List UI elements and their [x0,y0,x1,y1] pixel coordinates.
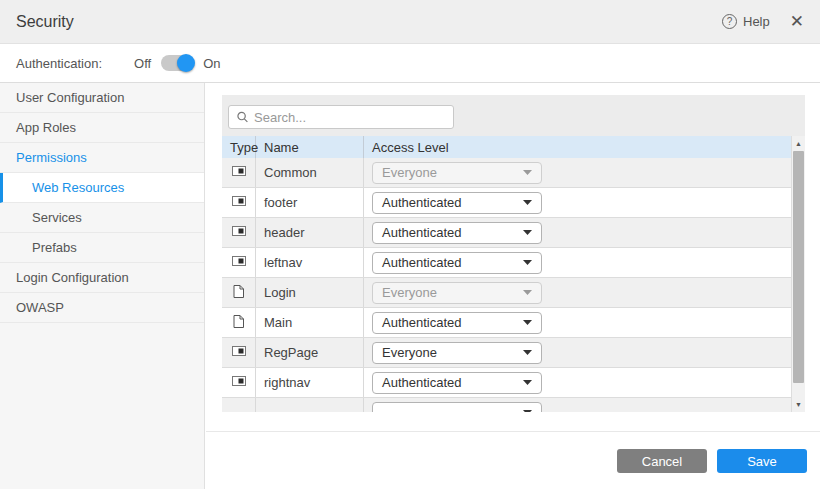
partial-icon [232,255,246,270]
toggle-knob [177,54,195,72]
name-cell: RegPage [256,338,364,367]
permissions-panel: Type Name Access Level CommonEveryonefoo… [222,95,805,412]
caret-down-icon [523,230,532,235]
name-cell [256,398,364,412]
access-level-cell: Authenticated [364,248,791,277]
search-box[interactable] [228,105,454,129]
access-level-cell: Authenticated [364,368,791,397]
type-cell [222,158,256,187]
sidebar-item-label: Web Resources [32,180,124,195]
scroll-down-icon[interactable]: ▼ [792,398,805,411]
save-button[interactable]: Save [717,449,807,473]
toggle-off-label: Off [134,56,151,71]
partial-icon [232,375,246,390]
table-row: RegPageEveryone [222,338,791,368]
name-cell: rightnav [256,368,364,397]
sidebar-item-owasp[interactable]: OWASP [0,293,204,323]
sidebar-item-label: Services [32,210,82,225]
search-input[interactable] [254,110,445,125]
resources-table: Type Name Access Level CommonEveryonefoo… [222,136,792,412]
type-cell [222,308,256,337]
caret-down-icon [523,320,532,325]
access-level-cell: Authenticated [364,308,791,337]
sidebar-item-web-resources[interactable]: Web Resources [0,173,204,203]
security-dialog: Security ? Help ✕ Authentication: Off On… [0,0,820,489]
caret-down-icon [523,170,532,175]
help-button[interactable]: ? Help [722,14,770,29]
caret-down-icon [523,260,532,265]
name-cell: header [256,218,364,247]
table-body: CommonEveryonefooterAuthenticatedheaderA… [222,158,791,412]
column-header-access-level: Access Level [364,136,791,158]
caret-down-icon [523,200,532,205]
partial-icon [232,165,246,180]
access-level-value: Authenticated [382,315,462,330]
access-level-select[interactable]: Authenticated [372,252,542,274]
table-row: CommonEveryone [222,158,791,188]
type-cell [222,248,256,277]
partial-icon [232,225,246,240]
authentication-toggle[interactable] [161,55,193,71]
search-icon [237,111,248,123]
titlebar-actions: ? Help ✕ [722,13,804,30]
table-row: headerAuthenticated [222,218,791,248]
type-cell [222,188,256,217]
cancel-button[interactable]: Cancel [617,449,707,473]
sidebar: User ConfigurationApp RolesPermissionsWe… [0,83,205,489]
sidebar-item-label: Permissions [16,150,87,165]
access-level-value: Everyone [382,345,437,360]
access-level-select[interactable]: Authenticated [372,312,542,334]
column-header-name: Name [256,136,364,158]
access-level-cell: Authenticated [364,188,791,217]
access-level-cell: Everyone [364,158,791,187]
name-cell: leftnav [256,248,364,277]
access-level-select[interactable]: Authenticated [372,192,542,214]
name-cell: footer [256,188,364,217]
caret-down-icon [523,410,532,412]
access-level-value: Authenticated [382,225,462,240]
access-level-cell: Everyone [364,338,791,367]
page-icon [233,315,244,331]
access-level-value: Authenticated [382,255,462,270]
sidebar-item-label: App Roles [16,120,76,135]
access-level-select: Everyone [372,282,542,304]
table-row: rightnavAuthenticated [222,368,791,398]
access-level-select[interactable] [372,402,542,413]
access-level-select[interactable]: Authenticated [372,222,542,244]
page-title: Security [16,13,74,31]
close-icon[interactable]: ✕ [790,13,804,30]
sidebar-item-prefabs[interactable]: Prefabs [0,233,204,263]
sidebar-item-services[interactable]: Services [0,203,204,233]
table-row: LoginEveryone [222,278,791,308]
sidebar-item-label: User Configuration [16,90,124,105]
sidebar-item-app-roles[interactable]: App Roles [0,113,204,143]
sidebar-item-login-configuration[interactable]: Login Configuration [0,263,204,293]
sidebar-item-user-configuration[interactable]: User Configuration [0,83,204,113]
table-header: Type Name Access Level [222,136,791,158]
access-level-select[interactable]: Everyone [372,342,542,364]
footer-divider [206,431,820,432]
access-level-select[interactable]: Authenticated [372,372,542,394]
type-cell [222,278,256,307]
table-scrollbar[interactable]: ▲ ▼ [792,136,805,412]
access-level-value: Authenticated [382,195,462,210]
table-row: footerAuthenticated [222,188,791,218]
table-toolbar [222,95,805,136]
footer-buttons: Cancel Save [617,449,807,473]
type-cell [222,338,256,367]
sidebar-item-label: Login Configuration [16,270,129,285]
help-icon: ? [722,14,737,29]
scroll-up-icon[interactable]: ▲ [792,137,805,150]
sidebar-item-permissions[interactable]: Permissions [0,143,204,173]
partial-icon [232,195,246,210]
scrollbar-thumb[interactable] [793,151,804,383]
table-row [222,398,791,412]
access-level-cell: Everyone [364,278,791,307]
caret-down-icon [523,290,532,295]
table-row: MainAuthenticated [222,308,791,338]
type-cell [222,398,256,412]
toggle-on-label: On [203,56,220,71]
authentication-bar: Authentication: Off On [0,44,820,83]
table-row: leftnavAuthenticated [222,248,791,278]
access-level-value: Everyone [382,165,437,180]
